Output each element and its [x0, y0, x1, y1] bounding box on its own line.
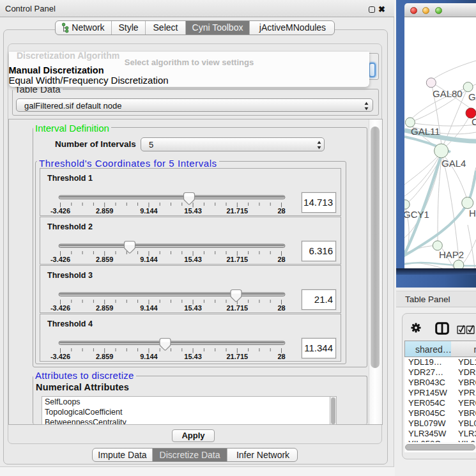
svg-text:2.859: 2.859: [96, 353, 114, 360]
svg-text:28: 28: [277, 256, 285, 263]
svg-text:9.144: 9.144: [140, 304, 158, 312]
svg-text:9.144: 9.144: [140, 353, 158, 360]
svg-text:2.859: 2.859: [96, 207, 114, 215]
svg-text:C: C: [472, 116, 476, 127]
svg-text:15.43: 15.43: [184, 256, 202, 263]
svg-text:H: H: [469, 208, 476, 219]
svg-text:‑3.426: ‑3.426: [50, 256, 70, 263]
svg-text:21.715: 21.715: [226, 256, 248, 263]
svg-text:‑3.426: ‑3.426: [50, 304, 70, 312]
svg-text:21.715: 21.715: [226, 207, 248, 215]
svg-text:GAL80: GAL80: [433, 88, 463, 99]
svg-text:9.144: 9.144: [140, 256, 158, 263]
svg-text:GAL4: GAL4: [441, 158, 466, 169]
svg-text:2.859: 2.859: [96, 256, 114, 263]
svg-text:28: 28: [277, 207, 285, 215]
svg-text:GCY1: GCY1: [404, 209, 429, 220]
svg-text:28: 28: [277, 353, 285, 360]
svg-text:15.43: 15.43: [184, 207, 202, 215]
svg-text:9.144: 9.144: [140, 207, 158, 215]
svg-text:21.715: 21.715: [226, 353, 248, 360]
svg-text:2.859: 2.859: [96, 304, 114, 312]
svg-text:28: 28: [277, 304, 285, 312]
svg-text:GA: GA: [468, 91, 476, 102]
svg-text:‑3.426: ‑3.426: [50, 207, 70, 215]
svg-text:21.715: 21.715: [226, 304, 248, 312]
svg-text:15.43: 15.43: [184, 353, 202, 360]
svg-text:HAP2: HAP2: [439, 249, 464, 260]
svg-text:15.43: 15.43: [184, 304, 202, 312]
svg-text:GAL11: GAL11: [411, 126, 440, 137]
svg-text:‑3.426: ‑3.426: [50, 353, 70, 360]
